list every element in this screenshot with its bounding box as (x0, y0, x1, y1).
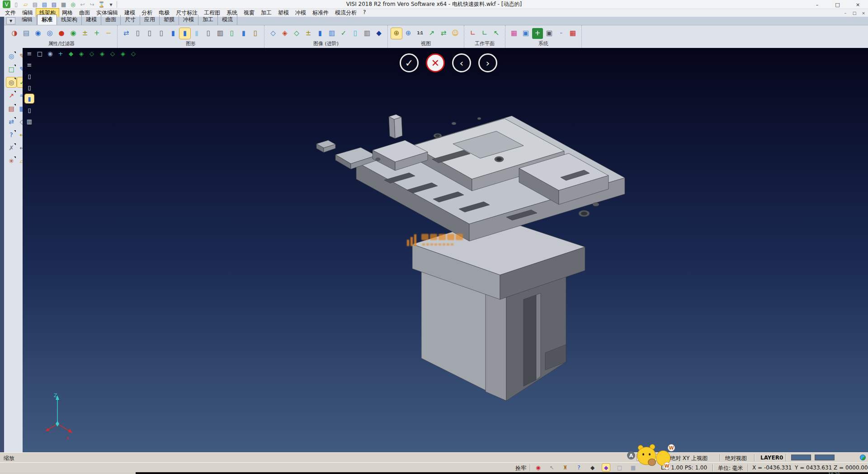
command-input[interactable] (637, 454, 657, 461)
solid-view-icon[interactable]: ▮ (315, 28, 326, 39)
maximize-button[interactable]: □ (827, 0, 848, 9)
color-swatch-2[interactable] (815, 455, 835, 460)
move-points-icon[interactable]: ·· (556, 28, 566, 39)
toolbar-tab[interactable]: 冲模 (179, 15, 198, 25)
hidden-line-icon[interactable]: ▯ (144, 28, 155, 39)
toggle-visibility-icon[interactable]: ± (80, 28, 90, 39)
grid-plane-icon[interactable]: ▦ (629, 464, 637, 471)
hatch-view-icon[interactable]: ▥ (362, 28, 373, 39)
zoom-window-icon[interactable]: ⊕ (391, 28, 402, 39)
options-wheel-icon[interactable]: ✳ (6, 156, 16, 166)
menu-item[interactable]: 模流分析 (332, 9, 360, 17)
zoom-all-icon[interactable]: ⊕ (403, 28, 414, 39)
view-reference-label[interactable]: 绝对视图 (725, 455, 747, 462)
close-button[interactable]: × (848, 0, 868, 9)
globe-icon[interactable] (860, 455, 866, 460)
striped-view-icon[interactable]: ▥ (326, 28, 337, 39)
toolbar-tab[interactable]: 塑膜 (160, 15, 179, 25)
lock-label[interactable]: 拴牢 (515, 465, 526, 472)
save-as-icon[interactable]: ▤ (50, 0, 58, 8)
toolbar-tab[interactable]: 曲面 (101, 15, 121, 25)
3d-viewport[interactable]: ≡□◉+◆◈◇◈◇◈◇ ≡▯▯▮▯▥ ✓✕‹› (23, 48, 868, 452)
toolbar-tab[interactable]: 编辑 (18, 15, 37, 25)
app-logo-icon[interactable]: V (3, 0, 10, 8)
stamp-icon[interactable]: ♜ (561, 464, 569, 471)
dark-solid-icon[interactable]: ◆ (373, 28, 384, 39)
session-icon[interactable]: ⌛ (98, 0, 105, 8)
mdi-restore-button[interactable]: □ (852, 11, 857, 15)
print-icon[interactable]: ▦ (60, 0, 67, 8)
fit-frame-icon[interactable]: □ (6, 64, 16, 74)
minimize-button[interactable]: – (807, 0, 827, 9)
solid-refresh-icon[interactable]: ◇ (291, 28, 302, 39)
transparent-icon[interactable]: ▮ (191, 28, 202, 39)
view-ne-arrow-icon[interactable]: ↗ (426, 28, 437, 39)
mdi-close-button[interactable]: × (861, 11, 866, 15)
units-readout[interactable]: 单位: 毫米 (718, 465, 743, 472)
menu-item[interactable]: 文件 (2, 9, 19, 17)
show-all-icon[interactable]: + (91, 28, 102, 39)
toolbar-tab[interactable]: 尺寸 (121, 15, 140, 25)
view-smiley-icon[interactable]: ☺ (450, 28, 461, 39)
undo-icon[interactable]: ↩ (79, 0, 86, 8)
dashed-hidden-icon[interactable]: ▯ (156, 28, 167, 39)
context-help-icon[interactable]: ? (575, 464, 583, 471)
left-dock-strip[interactable] (0, 17, 4, 452)
workplane-iso-icon[interactable]: ∟ (467, 28, 478, 39)
menu-item[interactable]: 加工 (258, 9, 275, 17)
system-settings-icon[interactable]: + (532, 28, 543, 39)
menu-item[interactable]: 塑模 (275, 9, 292, 17)
menu-item[interactable]: ? (360, 9, 369, 17)
toolbar-tab[interactable]: 建模 (82, 15, 101, 25)
toolbar-tab[interactable]: 应用 (140, 15, 160, 25)
regenerate-icon[interactable]: ⇄ (6, 117, 16, 127)
open-file-icon[interactable]: ▱ (22, 0, 29, 8)
dynamic-zoom-icon[interactable]: ◎ (6, 77, 16, 87)
zoom-one-to-one-icon[interactable]: 1:1 (415, 28, 425, 39)
snap-icon[interactable]: ◆ (589, 464, 596, 471)
toolbar-tab[interactable]: 模流 (218, 15, 237, 25)
cad-model-scene[interactable]: Z x (23, 48, 868, 452)
delete-entity-icon[interactable]: ✗ (6, 143, 16, 153)
redraw-icon[interactable]: ⇄ (121, 28, 132, 39)
corner-view-icon[interactable]: ▯ (350, 28, 361, 39)
redo-icon[interactable]: ↪ (88, 0, 96, 8)
hatched-icon[interactable]: ▥ (215, 28, 226, 39)
grab-icon[interactable]: □ (616, 464, 623, 471)
view-mode-label[interactable]: 绝对 XY 上视图 (670, 455, 708, 462)
toolbar-tab[interactable]: 线架构 (57, 15, 82, 25)
image-settings-icon[interactable]: ▣ (520, 28, 531, 39)
menu-item[interactable]: 视窗 (241, 9, 258, 17)
toolbar-tab[interactable]: 标准 (37, 14, 57, 25)
solid-traffic-icon[interactable]: ◈ (279, 28, 290, 39)
show-entities-icon[interactable]: ◉ (33, 28, 43, 39)
wireframe-icon[interactable]: ▯ (132, 28, 143, 39)
ucs-icon[interactable]: ◆ (602, 464, 610, 471)
solid-toggle-icon[interactable]: ± (303, 28, 314, 39)
attribute-brush-icon[interactable]: ◑ (9, 28, 20, 39)
import-file-icon[interactable]: ▤ (31, 0, 39, 8)
validate-view-icon[interactable]: ✓ (338, 28, 349, 39)
window-tools-icon[interactable]: ▣ (544, 28, 555, 39)
shaded-edges-icon[interactable]: ▮ (179, 28, 190, 39)
hide-all-icon[interactable]: − (103, 28, 114, 39)
print-preview-icon[interactable]: ◎ (69, 0, 77, 8)
attribute-preview-icon[interactable]: ▤ (21, 28, 32, 39)
selection-zoom-icon[interactable]: ◎ (6, 51, 16, 61)
save-file-icon[interactable]: ▤ (41, 0, 48, 8)
filter-traffic-icon[interactable]: ● (56, 28, 67, 39)
wire-ghost-icon[interactable]: ▯ (203, 28, 214, 39)
quick-access-more-icon[interactable]: ▾ (107, 0, 115, 8)
cursor-icon[interactable]: ↖ (548, 464, 556, 471)
layers-palette-icon[interactable]: ▤ (6, 104, 16, 114)
active-layer-label[interactable]: LAYER0 (760, 455, 783, 461)
toolbar-tab[interactable]: 加工 (198, 15, 218, 25)
hide-entities-icon[interactable]: ◎ (44, 28, 55, 39)
menu-item[interactable]: 冲模 (292, 9, 309, 17)
report-chart-icon[interactable]: ▦ (567, 28, 578, 39)
tab-list-dropdown[interactable]: ▼ (6, 17, 15, 24)
view-refresh-icon[interactable]: ⇄ (438, 28, 449, 39)
move-axis-icon[interactable]: ↗ (6, 90, 16, 100)
menu-item[interactable]: 标准件 (309, 9, 332, 17)
record-icon[interactable]: ◉ (534, 464, 542, 471)
